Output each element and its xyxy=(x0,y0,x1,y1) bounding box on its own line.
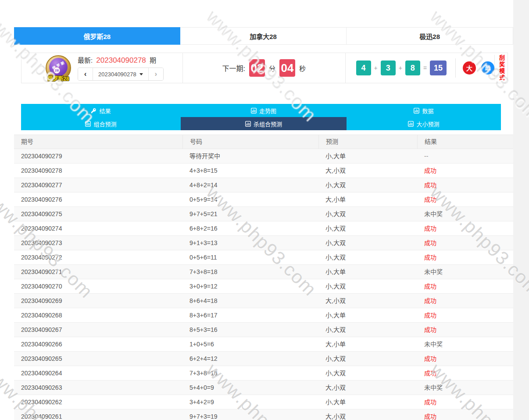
bar-chart-icon xyxy=(245,121,251,127)
key-icon xyxy=(91,108,97,114)
size-badge-big: 大 xyxy=(463,61,476,75)
table-row: 2023040902759+7+5=21小,大双未中奖 xyxy=(14,207,513,221)
code-cell: 9+7+3=19 xyxy=(182,409,318,420)
tab-label: 加拿大28 xyxy=(250,32,277,41)
menu-item-combo-prediction[interactable]: 组合预测 xyxy=(21,117,181,130)
code-cell: 4+8+2=14 xyxy=(182,178,318,192)
table-row: 202304090279等待开奖中小,大单-- xyxy=(14,149,513,164)
tab-jixun28[interactable]: 极迅28 xyxy=(346,28,513,44)
table-row: 2023040902703+0+9=12小,大双成功 xyxy=(14,279,513,294)
prediction-cell: 小,大双 xyxy=(318,323,417,337)
table-row: 2023040902656+2+4=12小,大双成功 xyxy=(14,352,513,366)
period-cell: 202304090272 xyxy=(14,250,182,264)
period-select[interactable]: 202304090278 xyxy=(93,68,148,80)
result-cell: 成功 xyxy=(417,366,513,380)
countdown-seconds-unit: 秒 xyxy=(299,64,306,73)
table-row: 2023040902619+7+3=19大,小双成功 xyxy=(14,409,513,420)
period-cell: 202304090279 xyxy=(14,149,182,163)
vertical-divider xyxy=(455,58,456,78)
logo-ball-number: 28 xyxy=(54,67,60,74)
code-cell: 等待开奖中 xyxy=(182,149,318,163)
logo-caption: 俄罗斯28 xyxy=(43,75,74,82)
period-cell: 202304090275 xyxy=(14,207,182,221)
menu-item-label: 走势图 xyxy=(259,107,276,115)
menu-item-results[interactable]: 结果 xyxy=(21,104,181,117)
period-cell: 202304090261 xyxy=(14,409,182,420)
latest-label: 最新: xyxy=(78,57,93,64)
code-cell: 4+3+8=15 xyxy=(182,164,318,178)
prediction-cell: 大,小双 xyxy=(318,381,417,395)
bar-chart-icon xyxy=(414,108,419,114)
menu-item-label: 杀组合预测 xyxy=(254,120,282,128)
header-code: 号码 xyxy=(182,135,318,149)
tab-label: 俄罗斯28 xyxy=(83,32,111,41)
result-cell: 未中奖 xyxy=(417,207,513,221)
game-tab-bar: 俄罗斯28 加拿大28 极迅28 xyxy=(14,27,513,45)
prediction-table: 期号 号码 预测 结果 202304090279等待开奖中小,大单--20230… xyxy=(14,135,513,420)
period-selector: ‹ 202304090278 › xyxy=(78,68,164,81)
code-cell: 8+6+4=18 xyxy=(182,294,318,308)
draw-info-panel: 俄罗斯 28 俄罗斯28 最新: 202304090278 期 ‹ 202304… xyxy=(21,53,508,83)
code-cell: 0+5+6=11 xyxy=(182,250,318,264)
table-header-row: 期号 号码 预测 结果 xyxy=(14,135,513,149)
table-row: 2023040902774+8+2=14小,大双成功 xyxy=(14,178,513,192)
menu-item-trend-chart[interactable]: 走势图 xyxy=(181,104,347,117)
result-cell: -- xyxy=(417,149,513,163)
prediction-cell: 大,小单 xyxy=(318,337,417,351)
table-row: 2023040902739+1+3=13小,大双成功 xyxy=(14,236,513,250)
code-cell: 3+0+9=12 xyxy=(182,279,318,293)
result-cell: 成功 xyxy=(417,323,513,337)
period-cell: 202304090269 xyxy=(14,294,182,308)
table-row: 2023040902720+5+6=11小,大双成功 xyxy=(14,250,513,265)
header-period: 期号 xyxy=(14,135,182,149)
draw-sum: 15 xyxy=(430,61,447,75)
code-cell: 9+7+5=21 xyxy=(182,207,318,221)
countdown-label: 下一期: xyxy=(222,63,245,73)
menu-item-label: 数据 xyxy=(422,107,433,115)
table-row: 2023040902661+0+5=6大,小单未中奖 xyxy=(14,337,513,352)
section-menu: 结果 走势图 数据 组合预测 杀组合预测 大小预测 xyxy=(21,104,501,130)
period-cell: 202304090274 xyxy=(14,221,182,235)
countdown-minutes-unit: 分 xyxy=(269,64,275,73)
menu-item-data[interactable]: 数据 xyxy=(347,104,501,117)
prediction-cell: 小,大单 xyxy=(318,265,417,279)
result-cell: 成功 xyxy=(417,395,513,409)
prev-period-button[interactable]: ‹ xyxy=(78,68,93,80)
plus-sign: + xyxy=(399,64,402,71)
code-cell: 6+2+4=12 xyxy=(182,352,318,366)
tab-canada28[interactable]: 加拿大28 xyxy=(180,28,347,44)
lottery-prediction-page: 俄罗斯28 加拿大28 极迅28 俄罗斯 28 俄罗斯28 最新: 202304… xyxy=(0,0,529,420)
period-cell: 202304090270 xyxy=(14,279,182,293)
period-cell: 202304090276 xyxy=(14,192,182,206)
code-cell: 0+5+9=14 xyxy=(182,192,318,206)
menu-item-size-prediction[interactable]: 大小预测 xyxy=(347,117,501,130)
equals-sign: = xyxy=(423,64,427,71)
prediction-cell: 小,大单 xyxy=(318,308,417,322)
period-cell: 202304090263 xyxy=(14,381,182,395)
next-period-button[interactable]: › xyxy=(148,68,163,80)
table-row: 2023040902647+3+8=18小,大双成功 xyxy=(14,366,513,381)
table-row: 2023040902698+6+4=18大,小双成功 xyxy=(14,294,513,308)
logo-ball: 俄罗斯 28 xyxy=(49,58,68,76)
result-cell: 成功 xyxy=(417,221,513,235)
menu-item-kill-combo-prediction[interactable]: 杀组合预测 xyxy=(181,117,347,130)
draw-number-3: 8 xyxy=(405,61,420,75)
table-body: 202304090279等待开奖中小,大单--2023040902784+3+8… xyxy=(14,149,513,420)
prediction-cell: 大,小双 xyxy=(318,409,417,420)
prediction-cell: 小,大单 xyxy=(318,149,417,163)
chevron-down-icon xyxy=(139,73,143,75)
result-cell: 成功 xyxy=(417,279,513,293)
plus-sign: + xyxy=(374,64,378,71)
prediction-cell: 小,大双 xyxy=(318,178,417,192)
period-cell: 202304090266 xyxy=(14,337,182,351)
code-cell: 9+1+3=13 xyxy=(182,236,318,250)
page-gutter xyxy=(513,0,529,420)
table-row: 2023040902688+3+6=17小,大单成功 xyxy=(14,308,513,323)
prediction-cell: 小,大双 xyxy=(318,250,417,264)
result-cell: 成功 xyxy=(417,178,513,192)
tab-russia28[interactable]: 俄罗斯28 xyxy=(14,27,180,45)
countdown-seconds: 04 xyxy=(279,59,295,77)
code-cell: 7+3+8=18 xyxy=(182,366,318,380)
result-cell: 成功 xyxy=(417,308,513,322)
scratch-mode-link[interactable]: 刮奖模式 xyxy=(498,55,504,81)
